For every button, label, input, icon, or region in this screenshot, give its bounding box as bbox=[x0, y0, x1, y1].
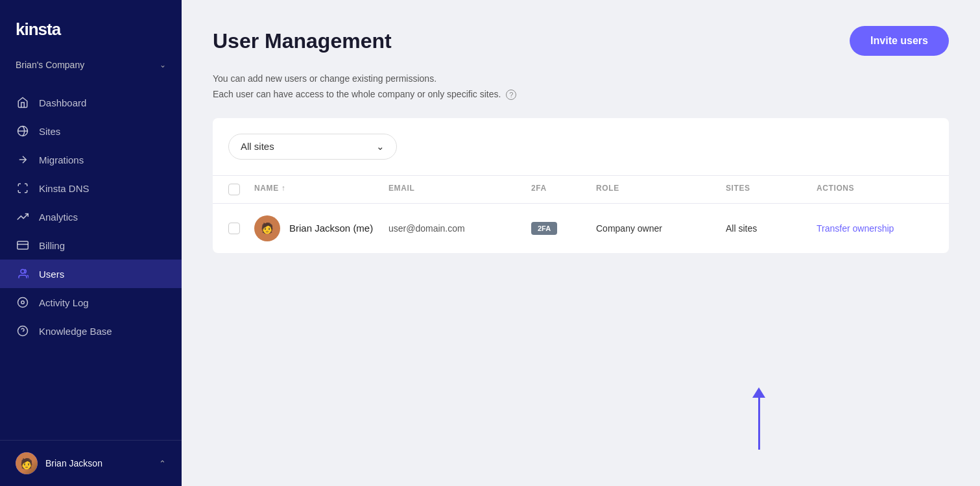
main-body: All sites ⌄ NAME ↑ EMAIL 2FA ROLE SITES … bbox=[182, 118, 980, 253]
svg-text:kinsta: kinsta bbox=[16, 19, 62, 39]
sidebar-item-knowledge-base[interactable]: Knowledge Base bbox=[0, 317, 182, 345]
sites-icon bbox=[16, 125, 30, 137]
help-icon[interactable]: ? bbox=[506, 90, 516, 100]
col-role: ROLE bbox=[596, 184, 726, 195]
invite-users-button[interactable]: Invite users bbox=[850, 26, 949, 56]
select-all-checkbox[interactable] bbox=[228, 184, 240, 195]
footer-username: Brian Jackson bbox=[45, 458, 102, 468]
sidebar-item-migrations[interactable]: Migrations bbox=[0, 145, 182, 174]
sidebar-item-analytics[interactable]: Analytics bbox=[0, 202, 182, 231]
main-content: User Management Invite users You can add… bbox=[182, 0, 980, 486]
col-name: NAME ↑ bbox=[254, 184, 388, 195]
footer-user[interactable]: 🧑 Brian Jackson bbox=[16, 452, 102, 474]
description-line1: You can add new users or change existing… bbox=[213, 71, 949, 87]
filter-row: All sites ⌄ bbox=[213, 118, 949, 176]
content-card: All sites ⌄ NAME ↑ EMAIL 2FA ROLE SITES … bbox=[213, 118, 949, 253]
col-email: EMAIL bbox=[388, 184, 531, 195]
col-checkbox bbox=[228, 184, 254, 195]
sidebar-item-label: Migrations bbox=[39, 154, 84, 165]
avatar-emoji: 🧑 bbox=[261, 222, 274, 234]
col-2fa: 2FA bbox=[531, 184, 596, 195]
avatar: 🧑 bbox=[254, 215, 280, 241]
company-name: Brian's Company bbox=[16, 60, 84, 70]
nav-list: Dashboard Sites Migrations Kinsta DNS An… bbox=[0, 83, 182, 440]
sidebar-item-label: Analytics bbox=[39, 212, 78, 223]
sidebar-footer: 🧑 Brian Jackson ⌃ bbox=[0, 440, 182, 486]
user-cell: 🧑 Brian Jackson (me) bbox=[254, 215, 388, 241]
sidebar-item-activity-log[interactable]: Activity Log bbox=[0, 288, 182, 317]
all-sites-dropdown[interactable]: All sites ⌄ bbox=[228, 134, 397, 160]
twofa-badge: 2FA bbox=[531, 222, 557, 235]
all-sites-label: All sites bbox=[241, 141, 274, 152]
svg-point-5 bbox=[18, 298, 28, 308]
activity-icon bbox=[16, 297, 30, 308]
sidebar-item-sites[interactable]: Sites bbox=[0, 117, 182, 145]
user-name: Brian Jackson (me) bbox=[289, 223, 373, 234]
sidebar-item-dashboard[interactable]: Dashboard bbox=[0, 88, 182, 117]
avatar-face: 🧑 bbox=[16, 452, 38, 474]
sidebar-item-billing[interactable]: Billing bbox=[0, 231, 182, 260]
arrow-line bbox=[758, 398, 760, 450]
twofa-cell: 2FA bbox=[531, 222, 596, 235]
company-selector[interactable]: Brian's Company ⌄ bbox=[0, 53, 182, 83]
row-checkbox[interactable] bbox=[228, 223, 240, 234]
sidebar-item-label: Billing bbox=[39, 240, 65, 251]
table-header: NAME ↑ EMAIL 2FA ROLE SITES ACTIONS bbox=[213, 176, 949, 204]
sidebar-item-label: Sites bbox=[39, 126, 60, 137]
transfer-ownership-link[interactable]: Transfer ownership bbox=[817, 223, 894, 234]
svg-point-6 bbox=[21, 301, 25, 304]
chevron-up-icon: ⌃ bbox=[159, 459, 166, 468]
description: You can add new users or change existing… bbox=[182, 71, 980, 118]
knowledge-icon bbox=[16, 325, 30, 337]
sites-cell: All sites bbox=[726, 223, 817, 234]
home-icon bbox=[16, 97, 30, 108]
sidebar-item-label: Dashboard bbox=[39, 97, 86, 108]
logo-area: kinsta bbox=[0, 0, 182, 53]
col-sites: SITES bbox=[726, 184, 817, 195]
users-icon bbox=[16, 268, 30, 280]
kinsta-logo: kinsta bbox=[16, 18, 166, 43]
sidebar: kinsta Brian's Company ⌄ Dashboard Sites… bbox=[0, 0, 182, 486]
svg-point-4 bbox=[21, 269, 25, 273]
sidebar-item-users[interactable]: Users bbox=[0, 260, 182, 288]
sidebar-item-label: Users bbox=[39, 269, 64, 280]
sidebar-item-label: Knowledge Base bbox=[39, 326, 112, 337]
table-row: 🧑 Brian Jackson (me) user@domain.com 2FA… bbox=[213, 204, 949, 253]
chevron-down-icon: ⌄ bbox=[160, 60, 166, 69]
migrations-icon bbox=[16, 154, 30, 165]
actions-cell: Transfer ownership bbox=[817, 223, 933, 234]
col-actions: ACTIONS bbox=[817, 184, 933, 195]
sidebar-item-kinsta-dns[interactable]: Kinsta DNS bbox=[0, 174, 182, 202]
chevron-down-icon: ⌄ bbox=[376, 141, 385, 152]
svg-rect-2 bbox=[18, 241, 29, 249]
dns-icon bbox=[16, 182, 30, 194]
page-title: User Management bbox=[213, 29, 392, 53]
role-cell: Company owner bbox=[596, 223, 726, 234]
sidebar-item-label: Activity Log bbox=[39, 297, 89, 308]
description-line2: Each user can have access to the whole c… bbox=[213, 87, 949, 103]
analytics-icon bbox=[16, 211, 30, 223]
billing-icon bbox=[16, 239, 30, 251]
arrow-head bbox=[752, 387, 765, 398]
email-cell: user@domain.com bbox=[388, 223, 531, 234]
footer-avatar: 🧑 bbox=[16, 452, 38, 474]
sidebar-item-label: Kinsta DNS bbox=[39, 183, 90, 194]
annotation-arrow bbox=[752, 387, 765, 450]
row-checkbox-cell bbox=[228, 223, 254, 234]
main-header: User Management Invite users bbox=[182, 0, 980, 71]
